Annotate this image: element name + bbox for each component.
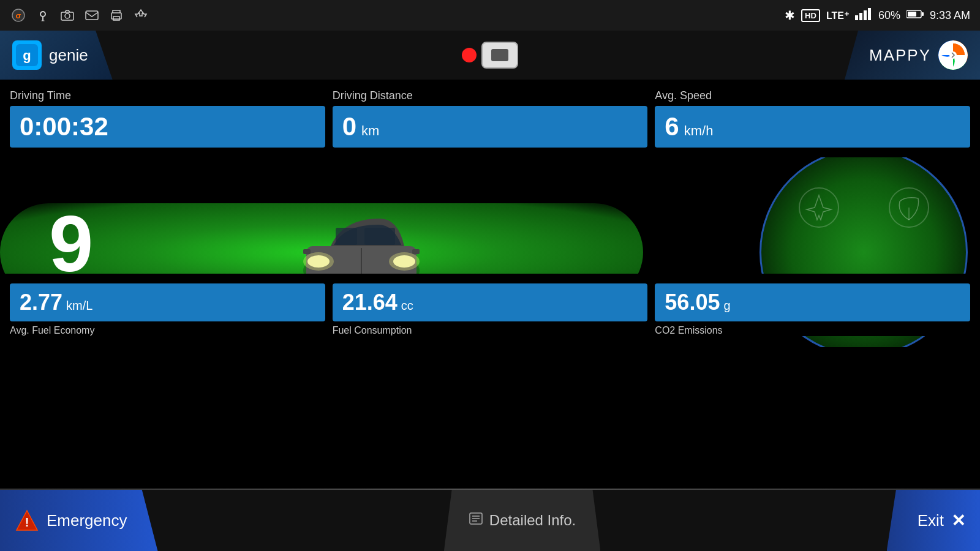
svg-rect-12 (868, 8, 871, 20)
driving-distance-value: 0 (342, 112, 356, 141)
fuel-economy-value-box: 2.77 km/L (10, 283, 325, 321)
genie-logo: g (12, 40, 42, 70)
mappy-icon (938, 40, 968, 70)
time-display: 9:33 AM (930, 9, 970, 22)
svg-rect-10 (859, 13, 862, 20)
avg-speed-unit: km/h (684, 123, 714, 139)
svg-rect-14 (908, 12, 916, 17)
detailed-info-label: Detailed Info. (489, 512, 576, 529)
co2-block: 56.05 g CO2 Emissions (655, 283, 970, 336)
co2-value: 56.05 (665, 290, 720, 315)
emergency-warning-icon: ! (15, 508, 39, 533)
svg-point-2 (40, 12, 45, 17)
driving-distance-label: Driving Distance (333, 89, 648, 102)
bottom-bar: ! Emergency Detailed Info. Exit ✕ (0, 490, 980, 551)
location-icon (34, 7, 51, 24)
exit-label: Exit (918, 511, 944, 530)
battery-icon (907, 9, 924, 22)
svg-rect-23 (364, 228, 395, 245)
svg-rect-32 (303, 249, 311, 254)
avg-speed-value: 6 (665, 112, 679, 141)
hd-badge: HD (801, 9, 820, 22)
driving-time-value-box: 0:00:32 (10, 106, 325, 148)
eco-icon (870, 168, 948, 246)
bottom-stats: 2.77 km/L Avg. Fuel Economy 21.64 cc Fue… (0, 274, 980, 336)
svg-rect-33 (412, 249, 420, 254)
driving-distance-value-box: 0 km (333, 106, 648, 148)
driving-time-value: 0:00:32 (20, 112, 108, 141)
fuel-consumption-block: 21.64 cc Fuel Consumption (333, 283, 648, 336)
strava-icon: σ (10, 7, 27, 24)
driving-time-block: Driving Time 0:00:32 (10, 89, 325, 148)
svg-point-34 (799, 188, 839, 227)
status-icons-right: ✱ HD LTE⁺ 60% 9:33 AM (785, 8, 970, 23)
bluetooth-icon: ✱ (785, 8, 795, 23)
recording-controls (462, 42, 518, 69)
svg-rect-22 (336, 228, 357, 245)
svg-point-3 (41, 20, 45, 21)
svg-point-27 (389, 252, 420, 271)
fuel-consumption-unit: cc (401, 299, 413, 313)
co2-value-box: 56.05 g (655, 283, 970, 321)
avg-speed-label: Avg. Speed (655, 89, 970, 102)
fuel-consumption-value: 21.64 (342, 290, 398, 315)
emergency-label: Emergency (47, 511, 127, 530)
co2-label: CO2 Emissions (655, 325, 970, 336)
driving-distance-unit: km (361, 123, 379, 139)
printer-icon (108, 7, 125, 24)
svg-rect-11 (864, 10, 867, 20)
camera-icon (59, 7, 76, 24)
svg-text:σ: σ (16, 11, 21, 20)
svg-point-19 (949, 51, 957, 59)
record-button-icon (491, 49, 508, 61)
exit-button[interactable]: Exit ✕ (887, 490, 980, 551)
fuel-economy-value: 2.77 (20, 290, 62, 315)
signal-icon (855, 8, 872, 23)
fuel-consumption-value-box: 21.64 cc (333, 283, 648, 321)
email-icon (83, 7, 100, 24)
app-header: g genie MAPPY (0, 31, 980, 80)
status-bar: σ (0, 0, 980, 31)
avg-speed-value-box: 6 km/h (655, 106, 970, 148)
svg-rect-8 (113, 17, 119, 20)
svg-point-26 (303, 252, 334, 271)
lte-badge: LTE⁺ (826, 10, 849, 21)
current-speed-value: 9 (49, 204, 93, 283)
recording-indicator (462, 48, 477, 62)
list-icon (469, 511, 483, 530)
plane-icon (780, 168, 858, 246)
battery-percent: 60% (878, 9, 900, 22)
fuel-economy-block: 2.77 km/L Avg. Fuel Economy (10, 283, 325, 336)
avg-speed-block: Avg. Speed 6 km/h (655, 89, 970, 148)
genie-label: genie (49, 46, 88, 65)
record-button[interactable] (481, 42, 518, 69)
exit-icon: ✕ (951, 511, 965, 531)
svg-rect-15 (922, 12, 924, 16)
genie-tab[interactable]: g genie (0, 31, 113, 80)
svg-text:!: ! (25, 515, 29, 529)
fuel-economy-unit: km/L (66, 299, 92, 313)
driving-time-label: Driving Time (10, 89, 325, 102)
mappy-tab[interactable]: MAPPY (845, 31, 980, 80)
svg-rect-9 (855, 15, 858, 20)
svg-point-5 (65, 13, 70, 18)
svg-text:g: g (23, 48, 31, 63)
fuel-consumption-label: Fuel Consumption (333, 325, 648, 336)
mappy-label: MAPPY (869, 46, 931, 65)
co2-unit: g (723, 299, 730, 313)
recycle-icon (132, 7, 149, 24)
emergency-button[interactable]: ! Emergency (0, 490, 158, 551)
status-icons-left: σ (10, 7, 149, 24)
stats-row: Driving Time 0:00:32 Driving Distance 0 … (0, 80, 980, 148)
driving-distance-block: Driving Distance 0 km (333, 89, 648, 148)
svg-rect-6 (86, 11, 98, 20)
detailed-info-button[interactable]: Detailed Info. (444, 490, 600, 551)
fuel-economy-label: Avg. Fuel Economy (10, 325, 325, 336)
